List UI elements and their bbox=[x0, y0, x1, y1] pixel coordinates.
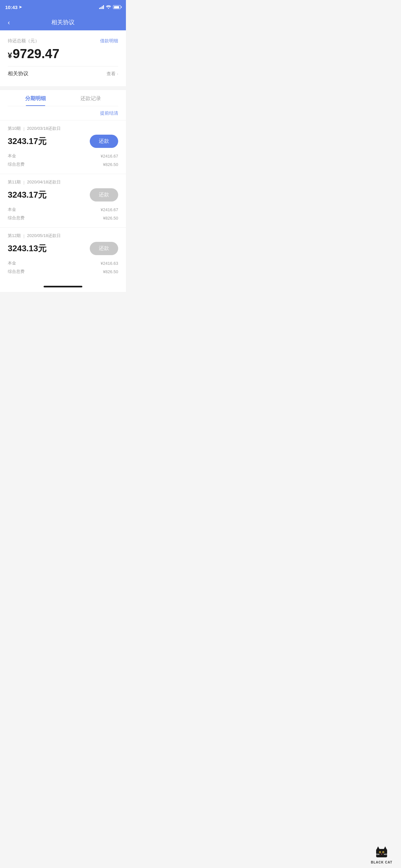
status-icons bbox=[99, 4, 121, 10]
chevron-right-icon: › bbox=[117, 72, 118, 76]
installment-details: 本金 ¥2416.63 综合息费 ¥826.50 bbox=[8, 260, 118, 275]
time-display: 10:43 bbox=[5, 4, 18, 10]
interest-label: 综合息费 bbox=[8, 215, 25, 221]
view-agreement-link[interactable]: 查看 › bbox=[106, 71, 118, 77]
amount-section: 待还总额（元） 借款明细 ¥ 9729.47 相关协议 查看 › bbox=[0, 30, 126, 86]
principal-row: 本金 ¥2416.63 bbox=[8, 260, 118, 266]
early-settle-link[interactable]: 提前结清 bbox=[100, 111, 118, 116]
installment-details: 本金 ¥2416.67 综合息费 ¥826.50 bbox=[8, 153, 118, 167]
loan-detail-link[interactable]: 借款明细 bbox=[100, 38, 118, 44]
installment-header: 第11期 | 2020/04/18还款日 bbox=[8, 179, 118, 185]
tabs-container: 分期明细 还款记录 bbox=[0, 90, 126, 106]
tab-repayment-record[interactable]: 还款记录 bbox=[63, 90, 118, 106]
principal-row: 本金 ¥2416.67 bbox=[8, 153, 118, 159]
pay-button[interactable]: 还款 bbox=[90, 135, 118, 148]
principal-row: 本金 ¥2416.67 bbox=[8, 207, 118, 213]
installment-header: 第10期 | 2020/03/18还款日 bbox=[8, 126, 118, 131]
installment-item: 第10期 | 2020/03/18还款日 3243.17元 还款 本金 ¥241… bbox=[0, 120, 126, 174]
amount-value: ¥ 9729.47 bbox=[8, 46, 118, 61]
interest-row: 综合息费 ¥826.50 bbox=[8, 161, 118, 167]
installment-item: 第11期 | 2020/04/18还款日 3243.17元 还款 本金 ¥241… bbox=[0, 174, 126, 227]
battery-icon bbox=[113, 5, 121, 9]
total-amount: 9729.47 bbox=[12, 46, 59, 61]
period-label: 第12期 bbox=[8, 233, 21, 239]
amount-row: 3243.17元 还款 bbox=[8, 135, 118, 148]
installment-header: 第12期 | 2020/05/18还款日 bbox=[8, 233, 118, 239]
installment-item: 第12期 | 2020/05/18还款日 3243.13元 还款 本金 ¥241… bbox=[0, 227, 126, 281]
signal-icon bbox=[99, 5, 104, 9]
installment-details: 本金 ¥2416.67 综合息费 ¥826.50 bbox=[8, 207, 118, 221]
interest-value: ¥826.50 bbox=[103, 216, 118, 221]
interest-label: 综合息费 bbox=[8, 161, 25, 167]
period-label: 第10期 bbox=[8, 126, 21, 131]
early-settlement-section: 提前结清 bbox=[0, 106, 126, 120]
view-label: 查看 bbox=[106, 71, 116, 77]
interest-value: ¥826.50 bbox=[103, 162, 118, 167]
due-date: 2020/05/18还款日 bbox=[27, 233, 61, 239]
amount-row: 3243.13元 还款 bbox=[8, 242, 118, 255]
pay-button-disabled: 还款 bbox=[90, 242, 118, 255]
principal-value: ¥2416.67 bbox=[101, 154, 118, 159]
principal-label: 本金 bbox=[8, 260, 16, 266]
period-label: 第11期 bbox=[8, 179, 21, 185]
amount-label: 待还总额（元） bbox=[8, 38, 39, 44]
agreement-label: 相关协议 bbox=[8, 70, 28, 77]
home-indicator bbox=[0, 281, 126, 292]
interest-value: ¥826.50 bbox=[103, 269, 118, 274]
status-bar: 10:43 ➤ bbox=[0, 0, 126, 14]
interest-row: 综合息费 ¥826.50 bbox=[8, 269, 118, 275]
wifi-icon bbox=[106, 4, 111, 10]
interest-row: 综合息费 ¥826.50 bbox=[8, 215, 118, 221]
nav-bar: ‹ 相关协议 bbox=[0, 14, 126, 30]
installment-list: 第10期 | 2020/03/18还款日 3243.17元 还款 本金 ¥241… bbox=[0, 120, 126, 281]
divider: | bbox=[23, 180, 24, 185]
location-icon: ➤ bbox=[19, 5, 22, 9]
due-date: 2020/04/18还款日 bbox=[27, 179, 61, 185]
status-time: 10:43 ➤ bbox=[5, 4, 22, 10]
home-bar bbox=[43, 286, 82, 287]
agreement-row: 相关协议 查看 › bbox=[8, 66, 118, 81]
amount-header: 待还总额（元） 借款明细 bbox=[8, 38, 118, 44]
installment-amount: 3243.17元 bbox=[8, 189, 47, 200]
nav-title: 相关协议 bbox=[51, 19, 74, 26]
due-date: 2020/03/18还款日 bbox=[27, 126, 61, 131]
principal-label: 本金 bbox=[8, 207, 16, 213]
principal-value: ¥2416.67 bbox=[101, 207, 118, 212]
tab-installment-detail[interactable]: 分期明细 bbox=[8, 90, 63, 106]
principal-label: 本金 bbox=[8, 153, 16, 159]
divider: | bbox=[23, 234, 24, 238]
principal-value: ¥2416.63 bbox=[101, 261, 118, 266]
installment-amount: 3243.13元 bbox=[8, 243, 47, 254]
tabs: 分期明细 还款记录 bbox=[8, 90, 118, 106]
interest-label: 综合息费 bbox=[8, 269, 25, 275]
pay-button-disabled: 还款 bbox=[90, 188, 118, 202]
installment-amount: 3243.17元 bbox=[8, 135, 47, 147]
currency-symbol: ¥ bbox=[8, 51, 12, 60]
divider: | bbox=[23, 126, 24, 131]
amount-row: 3243.17元 还款 bbox=[8, 188, 118, 202]
back-button[interactable]: ‹ bbox=[5, 16, 12, 29]
